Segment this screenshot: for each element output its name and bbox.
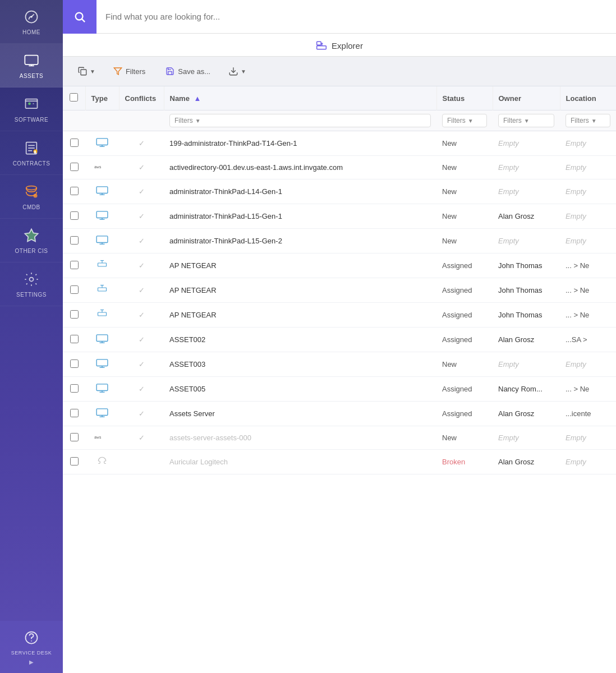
row-status: New <box>442 434 457 442</box>
row-checkbox[interactable] <box>70 384 79 393</box>
row-status-cell: New <box>436 352 493 377</box>
row-name-cell[interactable]: AP NETGEAR <box>164 278 436 303</box>
row-owner-cell: Alan Grosz <box>493 402 560 426</box>
row-owner-cell: Empty <box>493 156 560 179</box>
th-name[interactable]: Name ▲ <box>164 86 436 110</box>
row-name-cell[interactable]: administrator-ThinkPad-L14-Gen-1 <box>164 179 436 204</box>
conflicts-check: ✓ <box>139 409 145 418</box>
sidebar-item-home[interactable]: HOME <box>0 0 63 44</box>
row-name-cell[interactable]: Assets Server <box>164 402 436 426</box>
filters-button[interactable]: Filters <box>105 63 153 80</box>
svg-rect-39 <box>96 236 108 243</box>
th-conflicts[interactable]: Conflicts <box>119 86 164 110</box>
copy-button[interactable]: ▼ <box>72 62 101 80</box>
row-name-cell[interactable]: administrator-ThinkPad-L15-Gen-1 <box>164 204 436 229</box>
svg-rect-29 <box>96 139 108 145</box>
status-filter-arrow: ▼ <box>468 118 474 124</box>
sidebar-item-software[interactable]: SOFTWARE <box>0 87 63 131</box>
row-checkbox[interactable] <box>70 187 79 195</box>
select-all-checkbox[interactable] <box>70 93 78 102</box>
name-filter-label: Filters <box>174 117 193 125</box>
row-name-cell[interactable]: AP NETGEAR <box>164 253 436 278</box>
row-name-cell[interactable]: 199-administrator-ThinkPad-T14-Gen-1 <box>164 131 436 156</box>
search-button[interactable] <box>63 0 96 34</box>
svg-point-19 <box>31 640 32 642</box>
row-checkbox[interactable] <box>70 139 79 147</box>
download-button[interactable]: ▼ <box>223 62 252 80</box>
row-location-cell: Empty <box>560 352 616 377</box>
row-name-cell[interactable]: Auricular Logitech <box>164 450 436 474</box>
sort-icon: ▲ <box>194 94 201 103</box>
table-row: aws ✓ activedirectory-001.dev.us-east-1.… <box>63 156 616 179</box>
row-name-cell[interactable]: ASSET005 <box>164 377 436 402</box>
conflicts-check: ✓ <box>139 335 145 344</box>
search-input[interactable] <box>96 12 616 21</box>
sidebar-item-service-desk[interactable]: SERVICE DESK ▶ <box>0 621 63 673</box>
row-location-cell: Empty <box>560 229 616 253</box>
row-conflicts: ✓ <box>119 253 164 278</box>
table-row: ✓ administrator-ThinkPad-L14-Gen-1 New E… <box>63 179 616 204</box>
th-status[interactable]: Status <box>436 86 493 110</box>
row-owner-cell: John Thomas <box>493 253 560 278</box>
sidebar-item-contracts[interactable]: $ CONTRACTS <box>0 131 63 175</box>
row-name: ASSET005 <box>169 385 205 393</box>
th-location[interactable]: Location <box>560 86 616 110</box>
row-name-cell[interactable]: ASSET002 <box>164 328 436 352</box>
row-conflicts: ✓ <box>119 352 164 377</box>
row-type-icon <box>85 328 119 352</box>
row-name: administrator-ThinkPad-L14-Gen-1 <box>169 187 282 196</box>
row-checkbox[interactable] <box>70 359 79 368</box>
row-checkbox[interactable] <box>70 457 79 465</box>
svg-rect-23 <box>317 46 327 49</box>
status-filter-cell: Filters ▼ <box>436 110 493 131</box>
row-owner-cell: John Thomas <box>493 303 560 328</box>
sidebar-item-other-cis[interactable]: OTHER CIs <box>0 219 63 262</box>
table-header-row: Type Conflicts Name ▲ Status Owner <box>63 86 616 110</box>
sidebar-item-settings[interactable]: SETTINGS <box>0 262 63 306</box>
row-checkbox[interactable] <box>70 285 79 294</box>
th-owner[interactable]: Owner <box>493 86 560 110</box>
table-row: ✓ AP NETGEAR Assigned John Thomas ... > … <box>63 278 616 303</box>
sidebar-item-cmdb[interactable]: CMDB <box>0 175 63 219</box>
table-row: aws ✓ assets-server-assets-000 New Empty… <box>63 426 616 450</box>
row-name: ASSET003 <box>169 360 205 368</box>
svg-rect-63 <box>96 384 108 391</box>
row-status: Assigned <box>442 311 472 319</box>
location-filter-select[interactable]: Filters ▼ <box>566 114 610 127</box>
row-status-cell: New <box>436 229 493 253</box>
row-owner-cell: John Thomas <box>493 278 560 303</box>
th-owner-label: Owner <box>499 94 521 103</box>
row-name-cell[interactable]: assets-server-assets-000 <box>164 426 436 450</box>
sidebar-item-label: CMDB <box>22 204 40 210</box>
svg-text:aws: aws <box>94 435 102 440</box>
table-row: ✓ AP NETGEAR Assigned John Thomas ... > … <box>63 253 616 278</box>
th-type-label: Type <box>91 94 108 103</box>
row-type-icon: aws <box>85 426 119 450</box>
row-checkbox[interactable] <box>70 335 79 343</box>
row-name-cell[interactable]: AP NETGEAR <box>164 303 436 328</box>
other-icon <box>22 227 40 245</box>
row-checkbox[interactable] <box>70 211 79 220</box>
row-checkbox[interactable] <box>70 409 79 417</box>
row-status-cell: Assigned <box>436 278 493 303</box>
sidebar-item-label: ASSETS <box>20 73 43 79</box>
row-checkbox[interactable] <box>70 163 79 171</box>
owner-filter-select[interactable]: Filters ▼ <box>498 114 554 127</box>
row-checkbox[interactable] <box>70 236 79 245</box>
save-as-button[interactable]: Save as... <box>158 63 218 80</box>
status-filter-select[interactable]: Filters ▼ <box>442 114 487 127</box>
sidebar-item-label: HOME <box>22 29 40 35</box>
th-type[interactable]: Type <box>85 86 119 110</box>
sidebar-item-assets[interactable]: ASSETS <box>0 44 63 87</box>
row-name-cell[interactable]: administrator-ThinkPad-L15-Gen-2 <box>164 229 436 253</box>
svg-rect-66 <box>96 409 108 416</box>
filters-label: Filters <box>126 67 145 76</box>
row-checkbox[interactable] <box>70 261 79 269</box>
row-checkbox[interactable] <box>70 310 79 319</box>
row-status: Assigned <box>442 335 472 344</box>
row-name-cell[interactable]: activedirectory-001.dev.us-east-1.aws.in… <box>164 156 436 179</box>
name-filter-select[interactable]: Filters ▼ <box>169 114 431 127</box>
owner-filter-label: Filters <box>503 117 522 125</box>
row-name-cell[interactable]: ASSET003 <box>164 352 436 377</box>
row-checkbox[interactable] <box>70 433 79 441</box>
